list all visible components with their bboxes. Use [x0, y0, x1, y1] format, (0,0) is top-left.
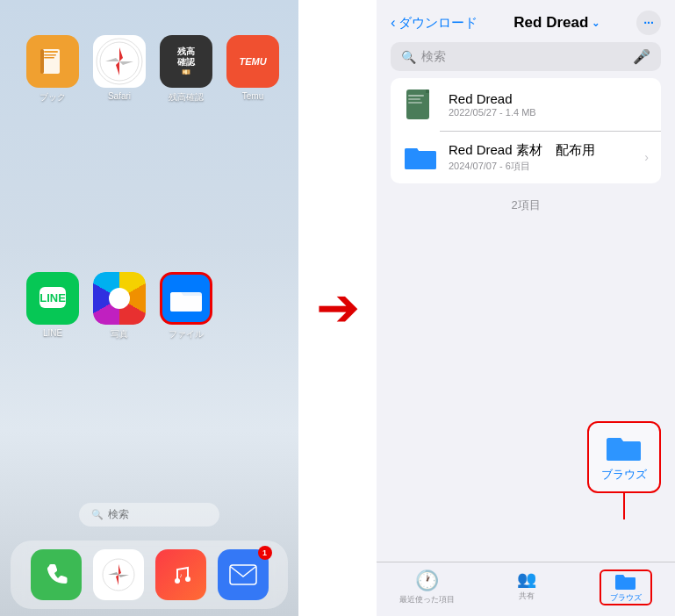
mail-badge: 1 — [258, 546, 272, 560]
files-header: ‹ ダウンロード Red Dread ⌄ ··· 🔍 検索 🎤 — [377, 0, 675, 78]
back-label: ダウンロード — [399, 15, 478, 32]
tab-recents[interactable]: 🕐 最近使った項目 — [399, 569, 455, 605]
files-label: ファイル — [169, 328, 204, 340]
browse-highlight-container: ブラウズ — [587, 421, 661, 519]
browse-tab-folder-icon — [614, 571, 637, 591]
photos-label: 写真 — [111, 328, 128, 340]
file-item-reddread-folder[interactable]: Red Dread 素材 配布用 2024/07/07 - 6項目 › — [391, 131, 661, 183]
tab-browse[interactable]: ブラウズ — [600, 569, 652, 605]
svg-text:LINE: LINE — [39, 291, 66, 304]
mic-icon: 🎤 — [633, 48, 650, 65]
app-grid: ブック Safari 残高 確認 💴 — [0, 0, 298, 503]
svg-rect-26 — [408, 95, 424, 97]
search-placeholder: 検索 — [421, 49, 446, 65]
search-icon: 🔍 — [401, 50, 416, 64]
files-app: ‹ ダウンロード Red Dread ⌄ ··· 🔍 検索 🎤 — [377, 0, 675, 616]
iphone-home-screen: ブック Safari 残高 確認 💴 — [0, 0, 298, 616]
files-list: Red Dread 2022/05/27 - 1.4 MB Red Dread … — [391, 78, 661, 183]
svg-rect-29 — [426, 90, 429, 93]
clock-icon: 🕐 — [415, 569, 439, 592]
files-content: Red Dread 2022/05/27 - 1.4 MB Red Dread … — [377, 78, 675, 616]
svg-rect-2 — [44, 54, 56, 56]
book-icon — [26, 35, 79, 88]
safari-label: Safari — [108, 91, 131, 101]
back-button[interactable]: ‹ ダウンロード — [391, 14, 478, 32]
temu-label: Temu — [242, 91, 263, 101]
chevron-left-icon: ‹ — [391, 14, 396, 32]
safari-icon — [93, 35, 146, 88]
item-count: 2項目 — [391, 183, 661, 220]
browse-folder-icon — [605, 432, 643, 463]
photos-icon — [93, 272, 146, 325]
file-info: Red Dread 2022/05/27 - 1.4 MB — [449, 91, 649, 118]
more-button[interactable]: ··· — [636, 11, 661, 35]
app-line[interactable]: LINE LINE — [26, 272, 79, 495]
folder-meta: 2024/07/07 - 6項目 — [449, 160, 634, 173]
files-nav-bar: ‹ ダウンロード Red Dread ⌄ ··· — [391, 11, 661, 35]
svg-point-22 — [185, 577, 190, 582]
file-icon — [403, 87, 438, 122]
svg-rect-25 — [406, 90, 429, 119]
temu-icon: TEMU — [226, 35, 279, 88]
svg-text:♪: ♪ — [179, 572, 183, 578]
dock-music[interactable]: ♪ — [155, 549, 206, 600]
search-icon: 🔍 — [91, 509, 104, 520]
svg-rect-4 — [40, 49, 44, 74]
app-zandaka[interactable]: 残高 確認 💴 残高確認 — [160, 35, 212, 258]
tab-shared-label: 共有 — [519, 591, 535, 602]
browse-highlight-box: ブラウズ — [587, 421, 661, 493]
zandaka-label: 残高確認 — [169, 91, 204, 104]
right-arrow-icon: ➔ — [316, 282, 360, 334]
folder-info: Red Dread 素材 配布用 2024/07/07 - 6項目 — [449, 142, 634, 173]
svg-rect-3 — [44, 57, 54, 59]
svg-point-21 — [175, 578, 180, 584]
browse-highlight-label: ブラウズ — [601, 467, 647, 483]
svg-rect-0 — [42, 49, 60, 74]
folder-title: Red Dread ⌄ — [513, 14, 600, 32]
svg-rect-27 — [408, 98, 420, 100]
zandaka-icon: 残高 確認 💴 — [160, 35, 212, 88]
svg-rect-1 — [44, 51, 58, 53]
folder-name: Red Dread 素材 配布用 — [449, 142, 634, 159]
dock-phone[interactable] — [31, 549, 82, 600]
app-photos[interactable]: 写真 — [93, 272, 146, 495]
tab-recents-label: 最近使った項目 — [399, 594, 455, 605]
iphone-dock: ♪ 1 — [11, 541, 288, 609]
home-search-label: 検索 — [108, 507, 129, 522]
svg-rect-28 — [408, 102, 422, 104]
tab-shared[interactable]: 👥 共有 — [500, 569, 553, 605]
app-safari[interactable]: Safari — [93, 35, 146, 258]
line-label: LINE — [43, 328, 62, 338]
files-tab-bar: 🕐 最近使った項目 👥 共有 ブラウズ — [377, 562, 675, 616]
svg-rect-24 — [230, 565, 256, 584]
file-name: Red Dread — [449, 91, 649, 106]
chevron-down-icon: ⌄ — [592, 18, 600, 29]
file-item-reddread[interactable]: Red Dread 2022/05/27 - 1.4 MB — [391, 78, 661, 131]
home-search-bar[interactable]: 🔍 検索 — [79, 503, 219, 526]
app-temu[interactable]: TEMU Temu — [226, 35, 279, 258]
files-search-bar[interactable]: 🔍 検索 🎤 — [391, 42, 661, 71]
file-meta: 2022/05/27 - 1.4 MB — [449, 107, 649, 118]
folder-icon — [403, 140, 438, 175]
dock-safari[interactable] — [93, 549, 144, 600]
folder-chevron-icon: › — [644, 150, 649, 164]
arrow-divider: ➔ — [298, 0, 377, 616]
share-icon: 👥 — [517, 569, 536, 589]
dock-mail[interactable]: 1 — [218, 549, 269, 600]
app-book[interactable]: ブック — [26, 35, 79, 258]
book-label: ブック — [39, 91, 66, 104]
connector-line — [623, 493, 625, 519]
tab-browse-label: ブラウズ — [610, 592, 642, 604]
app-files[interactable]: ファイル — [160, 272, 212, 495]
line-icon: LINE — [26, 272, 79, 325]
files-icon — [160, 272, 212, 325]
